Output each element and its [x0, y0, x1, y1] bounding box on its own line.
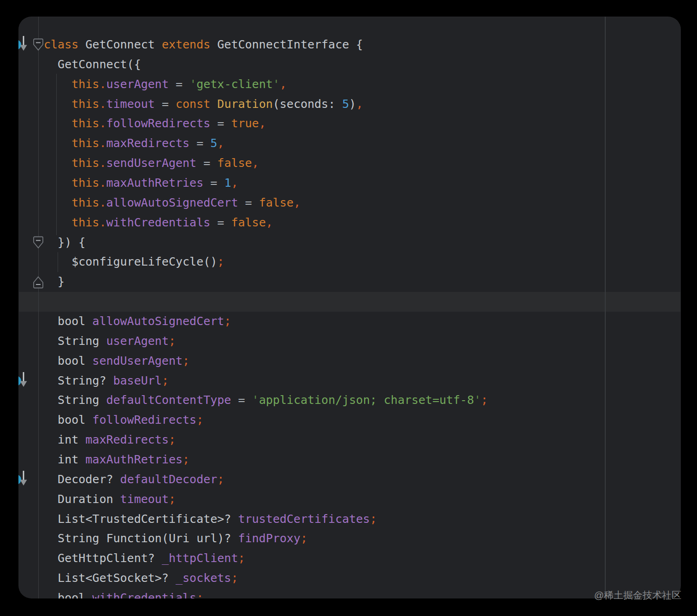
code-token[interactable]: .: [99, 136, 106, 150]
code-token[interactable]: bool: [44, 413, 92, 426]
code-token[interactable]: findProxy: [238, 532, 300, 545]
code-line[interactable]: int maxRedirects;: [44, 430, 176, 450]
code-token[interactable]: ,: [217, 136, 224, 150]
code-token[interactable]: followRedirects: [92, 413, 196, 426]
code-token[interactable]: ;: [169, 492, 176, 506]
code-token[interactable]: String: [44, 334, 106, 348]
code-line[interactable]: this.allowAutoSignedCert = false,: [44, 193, 301, 213]
code-token[interactable]: ,: [280, 77, 287, 91]
code-token[interactable]: class: [44, 38, 78, 51]
code-token[interactable]: .: [99, 97, 106, 111]
code-token[interactable]: this: [71, 176, 99, 190]
code-token[interactable]: const: [176, 97, 210, 111]
code-line[interactable]: $configureLifeCycle();: [44, 252, 224, 272]
code-token[interactable]: .: [99, 156, 106, 170]
code-line[interactable]: String Function(Uri url)? findProxy;: [44, 529, 307, 549]
down-arrow-icon[interactable]: [19, 372, 28, 390]
code-token[interactable]: false: [217, 156, 252, 170]
code-token[interactable]: Duration: [217, 97, 272, 111]
code-token[interactable]: baseUrl: [113, 374, 162, 387]
code-token[interactable]: userAgent: [106, 77, 169, 91]
code-token[interactable]: =: [210, 216, 231, 229]
code-token[interactable]: ': [252, 393, 259, 407]
code-token[interactable]: ;: [169, 334, 176, 348]
code-token[interactable]: ;: [301, 532, 307, 545]
code-token[interactable]: 5: [342, 97, 349, 111]
code-token[interactable]: }: [44, 275, 65, 288]
code-line[interactable]: String userAgent;: [44, 332, 176, 351]
code-token[interactable]: GetConnect({: [44, 58, 141, 71]
down-arrow-icon[interactable]: [19, 36, 28, 54]
code-token[interactable]: ;: [217, 473, 224, 486]
code-token[interactable]: trustedCertificates: [238, 512, 370, 526]
code-token[interactable]: this: [71, 136, 99, 150]
code-token[interactable]: int: [44, 453, 85, 466]
code-token[interactable]: ;: [224, 314, 231, 328]
code-token[interactable]: [44, 176, 71, 190]
code-token[interactable]: getx-client: [196, 77, 273, 91]
code-token[interactable]: ;: [231, 571, 238, 585]
code-token[interactable]: maxRedirects: [85, 433, 169, 446]
code-token[interactable]: Decoder?: [44, 473, 120, 486]
code-token[interactable]: 5: [210, 136, 217, 150]
code-token[interactable]: ;: [162, 374, 169, 387]
code-token[interactable]: this: [71, 196, 99, 209]
code-token[interactable]: ;: [169, 433, 176, 446]
code-token[interactable]: =: [238, 196, 259, 209]
code-token[interactable]: timeout: [106, 97, 155, 111]
code-line[interactable]: String? baseUrl;: [44, 371, 169, 391]
code-token[interactable]: 1: [224, 176, 231, 190]
code-token[interactable]: $configureLifeCycle(): [44, 255, 217, 268]
code-token[interactable]: userAgent: [106, 334, 168, 348]
code-token[interactable]: maxAuthRetries: [106, 176, 204, 190]
code-line[interactable]: String defaultContentType = 'application…: [44, 391, 488, 410]
code-token[interactable]: GetHttpClient?: [44, 551, 162, 565]
code-token[interactable]: ;: [217, 255, 224, 268]
code-token[interactable]: true: [231, 117, 259, 130]
code-token[interactable]: ,: [266, 216, 273, 229]
code-token[interactable]: sendUserAgent: [92, 354, 183, 367]
code-token[interactable]: timeout: [120, 492, 169, 506]
code-token[interactable]: bool: [44, 591, 92, 598]
code-line[interactable]: GetHttpClient? _httpClient;: [44, 549, 245, 569]
code-line[interactable]: GetConnect({: [44, 55, 141, 75]
code-line[interactable]: List<GetSocket>? _sockets;: [44, 569, 238, 588]
code-token[interactable]: ;: [183, 354, 189, 367]
code-token[interactable]: ;: [481, 393, 488, 407]
code-line[interactable]: this.userAgent = 'getx-client',: [44, 75, 287, 95]
code-token[interactable]: ': [273, 77, 280, 91]
code-line[interactable]: this.maxRedirects = 5,: [44, 134, 224, 154]
code-token[interactable]: List<GetSocket>?: [44, 571, 176, 585]
code-token[interactable]: [44, 117, 71, 130]
code-token[interactable]: }) {: [44, 236, 85, 249]
code-token[interactable]: .: [99, 176, 106, 190]
code-line[interactable]: bool sendUserAgent;: [44, 351, 189, 371]
code-token[interactable]: .: [99, 117, 106, 130]
code-editor[interactable]: class GetConnect extends GetConnectInter…: [18, 17, 681, 598]
code-token[interactable]: this: [71, 156, 99, 170]
code-token[interactable]: this: [71, 117, 99, 130]
code-token[interactable]: bool: [44, 314, 92, 328]
code-line[interactable]: }: [44, 272, 65, 292]
code-token[interactable]: [210, 97, 217, 111]
code-token[interactable]: maxAuthRetries: [85, 453, 183, 466]
code-line[interactable]: this.followRedirects = true,: [44, 114, 266, 134]
code-token[interactable]: List<TrustedCertificate>?: [44, 512, 238, 526]
code-token[interactable]: =: [189, 136, 210, 150]
code-token[interactable]: ,: [259, 117, 266, 130]
code-token[interactable]: withCredentials: [92, 591, 196, 598]
code-line[interactable]: bool withCredentials;: [44, 588, 203, 598]
code-token[interactable]: allowAutoSignedCert: [106, 196, 238, 209]
code-token[interactable]: false: [231, 216, 266, 229]
code-token[interactable]: this: [71, 97, 99, 111]
code-token[interactable]: ': [189, 77, 196, 91]
code-token[interactable]: _sockets: [176, 571, 231, 585]
code-token[interactable]: followRedirects: [106, 117, 211, 130]
code-token[interactable]: ,: [356, 97, 363, 111]
code-line[interactable]: bool followRedirects;: [44, 410, 203, 430]
code-token[interactable]: sendUserAgent: [106, 156, 197, 170]
code-line[interactable]: int maxAuthRetries;: [44, 450, 189, 470]
code-token[interactable]: .: [99, 216, 106, 229]
code-area[interactable]: class GetConnect extends GetConnectInter…: [44, 17, 681, 598]
code-token[interactable]: String?: [44, 374, 113, 387]
